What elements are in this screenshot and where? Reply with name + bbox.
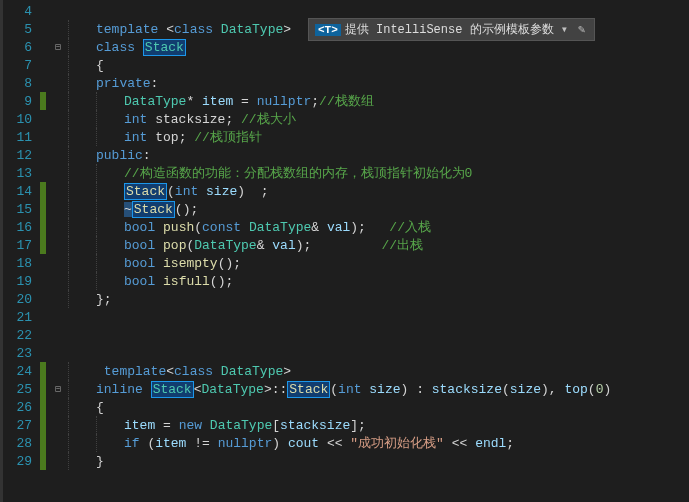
line-number: 28 bbox=[0, 436, 40, 451]
fold-toggle[interactable]: ⊟ bbox=[52, 383, 64, 395]
line-number: 15 bbox=[0, 202, 40, 217]
change-marker bbox=[40, 362, 46, 380]
code-line[interactable]: { bbox=[68, 398, 689, 416]
line-number: 25 bbox=[0, 382, 40, 397]
line-number: 19 bbox=[0, 274, 40, 289]
code-line[interactable]: bool isempty(); bbox=[68, 254, 689, 272]
line-number: 24 bbox=[0, 364, 40, 379]
fold-toggle[interactable]: ⊟ bbox=[52, 41, 64, 53]
change-marker bbox=[40, 416, 46, 434]
line-number: 12 bbox=[0, 148, 40, 163]
line-number: 23 bbox=[0, 346, 40, 361]
line-number: 13 bbox=[0, 166, 40, 181]
code-line[interactable]: }; bbox=[68, 290, 689, 308]
change-marker bbox=[40, 92, 46, 110]
code-line[interactable]: { bbox=[68, 56, 689, 74]
highlighted-symbol: Stack bbox=[287, 381, 330, 398]
code-line[interactable]: //构造函数的功能：分配栈数组的内存，栈顶指针初始化为0 bbox=[68, 164, 689, 182]
code-editor[interactable]: 4 5 6⊟ 7 8 9 10 11 12 13 14 15 16 17 18 … bbox=[0, 0, 689, 502]
line-number: 11 bbox=[0, 130, 40, 145]
line-number: 5 bbox=[0, 22, 40, 37]
code-line[interactable]: inline Stack<DataType>::Stack(int size) … bbox=[68, 380, 689, 398]
template-badge: <T> bbox=[315, 24, 341, 36]
code-line[interactable]: int stacksize; //栈大小 bbox=[68, 110, 689, 128]
change-marker bbox=[40, 398, 46, 416]
code-line[interactable]: int top; //栈顶指针 bbox=[68, 128, 689, 146]
line-number: 4 bbox=[0, 4, 40, 19]
code-line[interactable] bbox=[68, 326, 689, 344]
change-marker bbox=[40, 434, 46, 452]
tooltip-text: 提供 IntelliSense 的示例模板参数 bbox=[345, 21, 554, 38]
change-marker bbox=[40, 218, 46, 236]
line-number: 26 bbox=[0, 400, 40, 415]
highlighted-symbol: Stack bbox=[151, 381, 194, 398]
tooltip-dropdown[interactable]: ▾ bbox=[558, 22, 571, 37]
code-line[interactable] bbox=[68, 308, 689, 326]
tooltip-edit-icon[interactable]: ✎ bbox=[575, 22, 588, 37]
line-number: 18 bbox=[0, 256, 40, 271]
highlighted-symbol: Stack bbox=[132, 201, 175, 218]
line-number: 20 bbox=[0, 292, 40, 307]
line-number: 21 bbox=[0, 310, 40, 325]
intellisense-tooltip: <T> 提供 IntelliSense 的示例模板参数 ▾ ✎ bbox=[308, 18, 595, 41]
line-number: 16 bbox=[0, 220, 40, 235]
change-marker bbox=[40, 452, 46, 470]
change-marker bbox=[40, 236, 46, 254]
line-number: 14 bbox=[0, 184, 40, 199]
line-number: 6 bbox=[0, 40, 40, 55]
code-area[interactable]: template <class DataType> class Stack { … bbox=[68, 0, 689, 502]
code-line[interactable] bbox=[68, 344, 689, 362]
line-number: 17 bbox=[0, 238, 40, 253]
line-number: 9 bbox=[0, 94, 40, 109]
line-number: 7 bbox=[0, 58, 40, 73]
code-line[interactable]: bool isfull(); bbox=[68, 272, 689, 290]
line-number: 27 bbox=[0, 418, 40, 433]
code-line[interactable]: if (item != nullptr) cout << "成功初始化栈" <<… bbox=[68, 434, 689, 452]
code-line[interactable]: item = new DataType[stacksize]; bbox=[68, 416, 689, 434]
code-line[interactable]: Stack(int size) ; bbox=[68, 182, 689, 200]
code-line[interactable]: template<class DataType> bbox=[68, 362, 689, 380]
change-marker bbox=[40, 380, 46, 398]
code-line[interactable]: DataType* item = nullptr;//栈数组 bbox=[68, 92, 689, 110]
gutter: 4 5 6⊟ 7 8 9 10 11 12 13 14 15 16 17 18 … bbox=[0, 0, 68, 502]
line-number: 22 bbox=[0, 328, 40, 343]
code-line[interactable]: public: bbox=[68, 146, 689, 164]
code-line[interactable]: private: bbox=[68, 74, 689, 92]
highlighted-symbol: Stack bbox=[143, 39, 186, 56]
change-marker bbox=[40, 200, 46, 218]
code-line[interactable]: bool push(const DataType& val); //入栈 bbox=[68, 218, 689, 236]
line-number: 29 bbox=[0, 454, 40, 469]
code-line[interactable]: bool pop(DataType& val); //出栈 bbox=[68, 236, 689, 254]
code-line[interactable]: } bbox=[68, 452, 689, 470]
line-number: 8 bbox=[0, 76, 40, 91]
code-line[interactable]: ~Stack(); bbox=[68, 200, 689, 218]
highlighted-symbol: Stack bbox=[124, 183, 167, 200]
change-marker bbox=[40, 182, 46, 200]
line-number: 10 bbox=[0, 112, 40, 127]
